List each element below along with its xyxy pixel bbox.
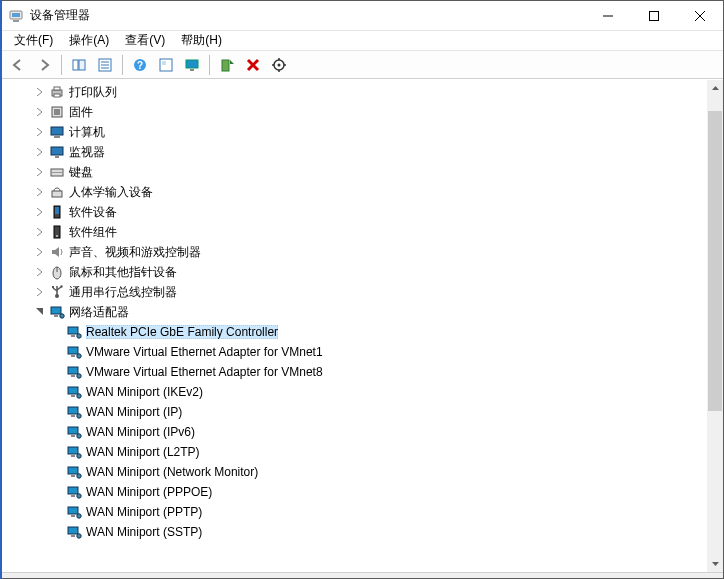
tree-device-label: WAN Miniport (L2TP) — [86, 445, 200, 459]
tree-device[interactable]: WAN Miniport (PPTP) — [2, 502, 706, 522]
tree-category-label: 鼠标和其他指针设备 — [69, 264, 177, 281]
tree-device[interactable]: VMware Virtual Ethernet Adapter for VMne… — [2, 342, 706, 362]
tree-category-label: 网络适配器 — [69, 304, 129, 321]
tree-category[interactable]: 计算机 — [2, 122, 706, 142]
svg-point-78 — [77, 494, 81, 498]
toolbar-show-hidden-button[interactable] — [154, 53, 178, 77]
chevron-right-icon[interactable] — [32, 84, 48, 100]
toolbar-help-button[interactable]: ? — [128, 53, 152, 77]
tree-category[interactable]: 软件设备 — [2, 202, 706, 222]
toolbar-show-tree-button[interactable] — [67, 53, 91, 77]
network-adapter-icon — [66, 524, 82, 540]
svg-rect-67 — [68, 427, 78, 434]
network-adapter-icon — [66, 484, 82, 500]
network-adapter-icon — [66, 464, 82, 480]
svg-point-57 — [77, 354, 81, 358]
chevron-right-icon[interactable] — [32, 264, 48, 280]
toolbar-back-button[interactable] — [6, 53, 30, 77]
chevron-right-icon[interactable] — [32, 284, 48, 300]
chevron-right-icon[interactable] — [32, 164, 48, 180]
vertical-scrollbar[interactable] — [706, 80, 723, 572]
tree-device[interactable]: WAN Miniport (SSTP) — [2, 522, 706, 542]
svg-rect-61 — [68, 387, 78, 394]
device-tree-area: 打印队列固件计算机监视器键盘人体学输入设备软件设备软件组件声音、视频和游戏控制器… — [2, 79, 723, 572]
toolbar-scan-hardware-button[interactable] — [267, 53, 291, 77]
svg-rect-73 — [68, 467, 78, 474]
chevron-right-icon[interactable] — [32, 244, 48, 260]
chevron-right-icon[interactable] — [32, 184, 48, 200]
toolbar-properties-button[interactable] — [93, 53, 117, 77]
tree-device[interactable]: WAN Miniport (IKEv2) — [2, 382, 706, 402]
menu-action[interactable]: 操作(A) — [61, 30, 117, 51]
svg-point-48 — [60, 285, 62, 287]
tree-device-label: WAN Miniport (PPTP) — [86, 505, 202, 519]
tree-device[interactable]: WAN Miniport (L2TP) — [2, 442, 706, 462]
tree-category[interactable]: 通用串行总线控制器 — [2, 282, 706, 302]
tree-category[interactable]: 键盘 — [2, 162, 706, 182]
tree-device[interactable]: WAN Miniport (Network Monitor) — [2, 462, 706, 482]
svg-rect-30 — [54, 136, 60, 138]
svg-point-81 — [77, 514, 81, 518]
device-manager-window: 设备管理器 文件(F) 操作(A) 查看(V) 帮助(H) — [0, 0, 724, 579]
svg-rect-36 — [52, 191, 62, 197]
scrollbar-up-button[interactable] — [707, 80, 723, 97]
tree-category[interactable]: 固件 — [2, 102, 706, 122]
svg-rect-68 — [71, 435, 75, 437]
svg-rect-71 — [71, 455, 75, 457]
scrollbar-down-button[interactable] — [707, 555, 723, 572]
network-adapter-icon — [66, 344, 82, 360]
svg-rect-53 — [71, 335, 75, 337]
tree-category[interactable]: 网络适配器 — [2, 302, 706, 322]
scrollbar-thumb[interactable] — [708, 111, 722, 411]
chevron-right-icon[interactable] — [32, 104, 48, 120]
minimize-button[interactable] — [585, 1, 631, 30]
tree-category[interactable]: 人体学输入设备 — [2, 182, 706, 202]
tree-category-label: 计算机 — [69, 124, 105, 141]
chevron-right-icon[interactable] — [32, 124, 48, 140]
toolbar-uninstall-button[interactable] — [241, 53, 265, 77]
menubar: 文件(F) 操作(A) 查看(V) 帮助(H) — [2, 31, 723, 51]
software-device-icon — [49, 204, 65, 220]
menu-file[interactable]: 文件(F) — [6, 30, 61, 51]
tree-category[interactable]: 打印队列 — [2, 82, 706, 102]
tree-category[interactable]: 鼠标和其他指针设备 — [2, 262, 706, 282]
svg-rect-55 — [68, 347, 78, 354]
toolbar-forward-button[interactable] — [32, 53, 56, 77]
chevron-right-icon[interactable] — [32, 144, 48, 160]
chevron-down-icon[interactable] — [32, 304, 48, 320]
tree-device[interactable]: WAN Miniport (PPPOE) — [2, 482, 706, 502]
tree-device[interactable]: VMware Virtual Ethernet Adapter for VMne… — [2, 362, 706, 382]
svg-rect-82 — [68, 527, 78, 534]
tree-device[interactable]: Realtek PCIe GbE Family Controller — [2, 322, 706, 342]
svg-point-69 — [77, 434, 81, 438]
toolbar-separator — [122, 55, 123, 75]
maximize-button[interactable] — [631, 1, 677, 30]
titlebar[interactable]: 设备管理器 — [2, 1, 723, 31]
toolbar-update-driver-button[interactable] — [215, 53, 239, 77]
tree-category[interactable]: 软件组件 — [2, 222, 706, 242]
svg-rect-62 — [71, 395, 75, 397]
tree-category[interactable]: 声音、视频和游戏控制器 — [2, 242, 706, 262]
mouse-icon — [49, 264, 65, 280]
chevron-right-icon[interactable] — [32, 224, 48, 240]
svg-point-75 — [77, 474, 81, 478]
chevron-right-icon[interactable] — [32, 204, 48, 220]
close-button[interactable] — [677, 1, 723, 30]
menu-view[interactable]: 查看(V) — [117, 30, 173, 51]
usb-icon — [49, 284, 65, 300]
toolbar-display-button[interactable] — [180, 53, 204, 77]
tree-device[interactable]: WAN Miniport (IPv6) — [2, 422, 706, 442]
network-adapter-icon — [66, 364, 82, 380]
device-tree[interactable]: 打印队列固件计算机监视器键盘人体学输入设备软件设备软件组件声音、视频和游戏控制器… — [2, 80, 706, 572]
tree-category[interactable]: 监视器 — [2, 142, 706, 162]
network-adapter-icon — [66, 444, 82, 460]
tree-device-label: VMware Virtual Ethernet Adapter for VMne… — [86, 365, 323, 379]
scrollbar-track[interactable] — [707, 97, 723, 555]
network-adapter-icon — [66, 504, 82, 520]
tree-category-label: 监视器 — [69, 144, 105, 161]
toolbar-separator — [209, 55, 210, 75]
tree-device[interactable]: WAN Miniport (IP) — [2, 402, 706, 422]
svg-rect-29 — [51, 127, 63, 135]
menu-help[interactable]: 帮助(H) — [173, 30, 230, 51]
tree-device-label: WAN Miniport (Network Monitor) — [86, 465, 258, 479]
